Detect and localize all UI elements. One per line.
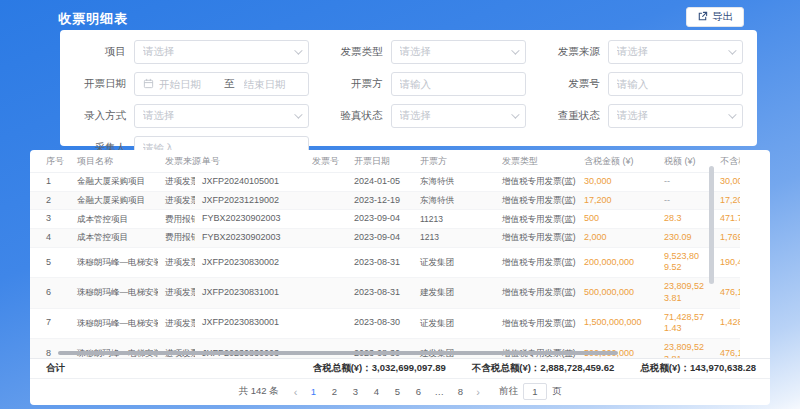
- cell-net: 1,769.91: [713, 229, 740, 248]
- table-row: 3 成本管控项目 费用报销 FYBX20230902003 2023-09-04…: [30, 210, 740, 229]
- cell-issuer: 11213: [413, 210, 495, 229]
- cell-amount: 500,000,000: [577, 338, 657, 358]
- cell-index: 4: [30, 229, 70, 248]
- cell-date: 2023-08-31: [347, 278, 413, 308]
- prev-page-arrow[interactable]: ‹: [292, 386, 300, 398]
- cell-net: 17,200: [713, 191, 740, 210]
- cell-issuer: 1213: [413, 229, 495, 248]
- cell-project: 金融大厦采购项目: [70, 191, 158, 210]
- invoice-number-field[interactable]: [608, 72, 743, 96]
- entry-method-select[interactable]: 请选择: [134, 104, 309, 128]
- dedup-status-placeholder: 请选择: [617, 109, 723, 123]
- col-index: 序号: [30, 150, 70, 173]
- invoice-source-select[interactable]: 请选择: [608, 40, 743, 64]
- total-tax-included: 含税总额(¥)：3,032,699,097.89: [313, 362, 446, 375]
- cell-date: 2024-01-05: [347, 173, 413, 192]
- entry-method-placeholder: 请选择: [143, 109, 289, 123]
- cell-net: 471.7: [713, 210, 740, 229]
- cell-amount: 2,000: [577, 229, 657, 248]
- filter-label-invoice-date: 开票日期: [66, 77, 126, 91]
- verify-status-placeholder: 请选择: [400, 109, 506, 123]
- export-button[interactable]: 导出: [686, 7, 744, 27]
- end-date-input[interactable]: [244, 78, 300, 90]
- vertical-scrollbar-thumb[interactable]: [709, 166, 714, 284]
- cell-net: 30,000: [713, 173, 740, 192]
- col-order-no: 单号: [195, 150, 305, 173]
- cell-amount: 17,200: [577, 191, 657, 210]
- col-invoice-no: 发票号: [305, 150, 347, 173]
- cell-amount: 1,500,000,000: [577, 308, 657, 338]
- invoice-type-placeholder: 请选择: [400, 45, 506, 59]
- cell-date: 2023-08-30: [347, 338, 413, 358]
- filter-label-dedup-status: 查重状态: [540, 109, 600, 123]
- next-page-arrow[interactable]: ›: [474, 386, 482, 398]
- chevron-down-icon: [511, 46, 519, 54]
- cell-index: 3: [30, 210, 70, 229]
- cell-issuer: 建发集团: [413, 278, 495, 308]
- issuer-input[interactable]: [400, 78, 517, 90]
- cell-index: 8: [30, 338, 70, 358]
- cell-invoice-no: [305, 210, 347, 229]
- cell-invoice-no: [305, 173, 347, 192]
- cell-type: 增值税专用发票(蓝): [495, 308, 577, 338]
- cell-amount: 500: [577, 210, 657, 229]
- invoice-table-panel: 序号 项目名称 发票来源 单号 发票号 开票日期 开票方 发票类型 含税金额 (…: [30, 150, 770, 405]
- col-project: 项目名称: [70, 150, 158, 173]
- cell-net: 476,190,476.19: [713, 338, 740, 358]
- verify-status-select[interactable]: 请选择: [391, 104, 526, 128]
- cell-amount: 500,000,000: [577, 278, 657, 308]
- table-header-row: 序号 项目名称 发票来源 单号 发票号 开票日期 开票方 发票类型 含税金额 (…: [30, 150, 740, 173]
- cell-tax: 23,809,523.81: [657, 338, 713, 358]
- cell-order-no: JXFP20231219002: [195, 191, 305, 210]
- cell-source: 进项发票: [158, 173, 195, 192]
- cell-invoice-no: [305, 191, 347, 210]
- filter-label-invoice-type: 发票类型: [323, 45, 383, 59]
- cell-tax: --: [657, 173, 713, 192]
- cell-source: 进项发票: [158, 308, 195, 338]
- cell-invoice-no: [305, 338, 347, 358]
- date-range-separator: 至: [220, 77, 239, 91]
- cell-tax: 71,428,571.43: [657, 308, 713, 338]
- page-button-8[interactable]: 8: [453, 386, 467, 397]
- goto-page-input[interactable]: [523, 383, 547, 400]
- cell-issuer: 东海特供: [413, 173, 495, 192]
- col-source: 发票来源: [158, 150, 195, 173]
- cell-order-no: JXFP20230830003: [195, 338, 305, 358]
- filter-label-issuer: 开票方: [323, 77, 383, 91]
- col-tax: 税额 (¥): [657, 150, 713, 173]
- table-row: 2 金融大厦采购项目 进项发票 JXFP20231219002 2023-12-…: [30, 191, 740, 210]
- page-button-6[interactable]: 6: [411, 386, 425, 397]
- cell-issuer: 东海特供: [413, 191, 495, 210]
- page-button-4[interactable]: 4: [369, 386, 383, 397]
- issuer-field[interactable]: [391, 72, 526, 96]
- col-net: 不含税金额 (¥): [713, 150, 740, 173]
- cell-index: 7: [30, 308, 70, 338]
- cell-project: 珠穆朗玛峰—电梯安装: [70, 338, 158, 358]
- cell-invoice-no: [305, 308, 347, 338]
- invoice-date-range[interactable]: 至: [134, 72, 309, 96]
- cell-tax: 9,523,809.52: [657, 247, 713, 277]
- export-label: 导出: [712, 10, 733, 24]
- cell-index: 2: [30, 191, 70, 210]
- chevron-down-icon: [294, 110, 302, 118]
- dedup-status-select[interactable]: 请选择: [608, 104, 743, 128]
- page-button-2[interactable]: 2: [327, 386, 341, 397]
- filter-panel: 项目 请选择 发票类型 请选择 发票来源 请选择 开票日期: [60, 30, 757, 146]
- cell-invoice-no: [305, 229, 347, 248]
- project-select[interactable]: 请选择: [134, 40, 309, 64]
- start-date-input[interactable]: [159, 78, 215, 90]
- invoice-type-select[interactable]: 请选择: [391, 40, 526, 64]
- cell-type: 增值税专用发票(蓝): [495, 191, 577, 210]
- page-button-5[interactable]: 5: [390, 386, 404, 397]
- page-button-1[interactable]: 1: [306, 386, 320, 397]
- invoice-number-input[interactable]: [617, 78, 734, 90]
- page-button-3[interactable]: 3: [348, 386, 362, 397]
- horizontal-scrollbar-thumb[interactable]: [58, 351, 618, 355]
- chevron-down-icon: [294, 46, 302, 54]
- cell-tax: 230.09: [657, 229, 713, 248]
- cell-net: 190,476,190.48: [713, 247, 740, 277]
- cell-date: 2023-09-04: [347, 210, 413, 229]
- cell-project: 成本管控项目: [70, 229, 158, 248]
- cell-net: 1,428,571,428.57: [713, 308, 740, 338]
- page-ellipsis[interactable]: …: [432, 386, 446, 397]
